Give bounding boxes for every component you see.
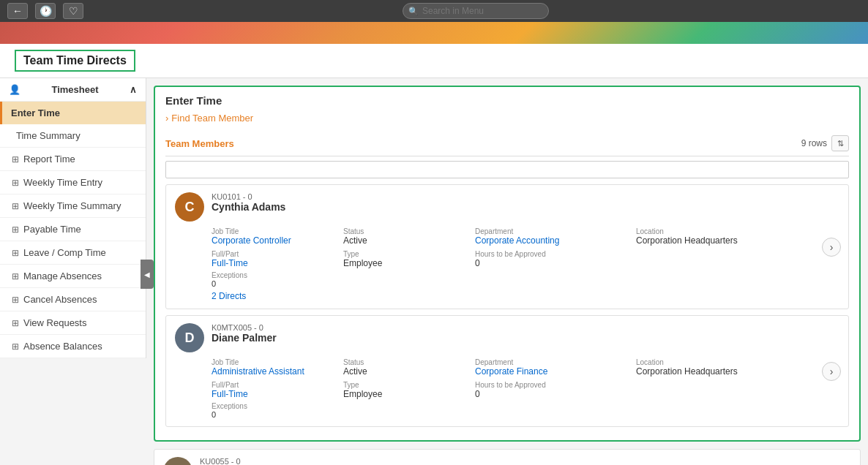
- chevron-right-icon: ›: [165, 113, 168, 124]
- history-button[interactable]: 🕐: [35, 3, 56, 19]
- sidebar-item-label: Payable Time: [23, 224, 81, 235]
- sidebar-item-label: Time Summary: [16, 130, 81, 141]
- location-value: Corporation Headquarters: [636, 235, 826, 246]
- department-col: Department Corporate Accounting: [475, 227, 636, 246]
- row-count: 9 rows: [801, 138, 827, 148]
- member-header: D K0MTX005 - 0 Diane Palmer: [175, 323, 839, 352]
- member-nav-button[interactable]: ›: [822, 238, 841, 257]
- full-part-col: Full/Part Full-Time: [212, 250, 343, 268]
- type-label: Type: [343, 381, 475, 389]
- member-name: Cynthia Adams: [212, 201, 839, 213]
- sidebar-item-payable-time[interactable]: ⊞ Payable Time: [0, 218, 146, 241]
- weekly-time-entry-icon: ⊞: [12, 178, 19, 188]
- member-id: KU0101 - 0: [212, 192, 839, 201]
- find-team-member-link[interactable]: › Find Team Member: [165, 113, 849, 124]
- sort-button[interactable]: ⇅: [831, 135, 849, 151]
- member-header: C KU0101 - 0 Cynthia Adams: [175, 192, 839, 222]
- sidebar-item-label: View Requests: [23, 317, 86, 328]
- sidebar-item-view-requests[interactable]: ⊞ View Requests: [0, 311, 146, 335]
- hours-col: Hours to be Approved 0: [475, 381, 636, 399]
- avatar: C: [175, 192, 204, 222]
- full-part-label: Full/Part: [212, 381, 343, 389]
- full-part-value[interactable]: Full-Time: [212, 258, 343, 268]
- sidebar-item-label: Manage Absences: [23, 271, 102, 281]
- member-card: C KU0101 - 0 Cynthia Adams Job Title Cor…: [165, 184, 849, 309]
- sidebar-item-enter-time[interactable]: Enter Time: [0, 102, 146, 124]
- sidebar-item-manage-absences[interactable]: ⊞ Manage Absences: [0, 265, 146, 288]
- search-icon: 🔍: [408, 7, 419, 16]
- department-value[interactable]: Corporate Finance: [475, 366, 636, 377]
- directs-link[interactable]: 2 Directs: [212, 291, 839, 301]
- status-col: Status Active: [343, 358, 475, 377]
- status-value: Active: [343, 366, 475, 377]
- sidebar-item-report-time[interactable]: ⊞ Report Time: [0, 148, 146, 171]
- sidebar-item-absence-balances[interactable]: ⊞ Absence Balances: [0, 335, 146, 358]
- sidebar-item-weekly-time-summary[interactable]: ⊞ Weekly Time Summary: [0, 194, 146, 218]
- location-label: Location: [636, 358, 826, 366]
- avatar: D: [175, 323, 204, 352]
- page-title: Team Time Directs: [15, 50, 135, 72]
- member-identity: K0MTX005 - 0 Diane Palmer: [212, 323, 839, 344]
- sidebar-item-cancel-absences[interactable]: ⊞ Cancel Absences: [0, 288, 146, 311]
- job-title-label: Job Title: [212, 227, 343, 235]
- member-nav-button[interactable]: ›: [822, 362, 841, 381]
- weekly-time-summary-icon: ⊞: [12, 201, 19, 211]
- decorative-banner: [0, 22, 868, 44]
- collapse-icon: ∧: [130, 84, 137, 95]
- department-value[interactable]: Corporate Accounting: [475, 235, 636, 246]
- avatar: N: [163, 457, 192, 465]
- team-members-label: Team Members: [165, 138, 234, 149]
- member-header: N KU0055 - 0 Netty Owyang: [163, 457, 851, 465]
- manage-absences-icon: ⊞: [12, 271, 19, 281]
- back-button[interactable]: ←: [7, 3, 28, 19]
- member-card: N KU0055 - 0 Netty Owyang Job Title Mana…: [154, 449, 861, 465]
- find-team-label: Find Team Member: [171, 113, 253, 124]
- full-part-value[interactable]: Full-Time: [212, 389, 343, 399]
- member-card: D K0MTX005 - 0 Diane Palmer Job Title Ad…: [165, 315, 849, 427]
- hours-value: 0: [475, 389, 636, 399]
- job-title-value[interactable]: Administrative Assistant: [212, 366, 343, 377]
- sidebar-section-timesheet[interactable]: 👤 Timesheet ∧: [0, 78, 146, 102]
- enter-time-title: Enter Time: [165, 94, 849, 107]
- search-container: 🔍: [403, 3, 549, 19]
- job-title-col: Job Title Corporate Controller: [212, 227, 343, 246]
- sidebar-item-leave-comp-time[interactable]: ⊞ Leave / Comp Time: [0, 241, 146, 265]
- location-col: Location Corporation Headquarters: [636, 358, 826, 377]
- member-id: K0MTX005 - 0: [212, 323, 839, 332]
- hours-label: Hours to be Approved: [475, 250, 636, 258]
- enter-time-panel: Enter Time › Find Team Member Team Membe…: [154, 86, 861, 442]
- member-details: Job Title Corporate Controller Status Ac…: [212, 227, 839, 268]
- exceptions-row: Exceptions 0: [212, 402, 839, 419]
- sidebar-item-label: Absence Balances: [23, 341, 102, 352]
- full-part-label: Full/Part: [212, 250, 343, 258]
- sidebar-item-time-summary[interactable]: Time Summary: [0, 124, 146, 148]
- member-search-input[interactable]: [165, 161, 849, 178]
- exceptions-label: Exceptions: [212, 271, 839, 279]
- type-label: Type: [343, 250, 475, 258]
- user-icon: 👤: [9, 84, 20, 95]
- type-col: Type Employee: [343, 250, 475, 268]
- member-identity: KU0101 - 0 Cynthia Adams: [212, 192, 839, 213]
- sidebar-collapse-handle[interactable]: ◀: [141, 260, 154, 289]
- sidebar-item-label: Cancel Absences: [23, 294, 97, 305]
- sidebar-item-label: Leave / Comp Time: [23, 247, 106, 258]
- top-bar: ← 🕐 ♡ 🔍: [0, 0, 868, 22]
- cancel-absences-icon: ⊞: [12, 295, 19, 305]
- hours-value: 0: [475, 258, 636, 268]
- team-header: Team Members 9 rows ⇅: [165, 131, 849, 156]
- type-value: Employee: [343, 389, 475, 399]
- sidebar-item-label: Weekly Time Entry: [23, 177, 102, 188]
- report-time-icon: ⊞: [12, 154, 19, 165]
- status-col: Status Active: [343, 227, 475, 246]
- sidebar-item-weekly-time-entry[interactable]: ⊞ Weekly Time Entry: [0, 171, 146, 194]
- search-input[interactable]: [403, 3, 549, 19]
- sidebar-section-label: Timesheet: [51, 84, 98, 95]
- department-col: Department Corporate Finance: [475, 358, 636, 377]
- exceptions-row: Exceptions 0: [212, 271, 839, 288]
- favorite-button[interactable]: ♡: [63, 3, 83, 19]
- hours-label: Hours to be Approved: [475, 381, 636, 389]
- exceptions-value: 0: [212, 410, 839, 419]
- job-title-value[interactable]: Corporate Controller: [212, 235, 343, 246]
- hours-col: Hours to be Approved 0: [475, 250, 636, 268]
- exceptions-value: 0: [212, 279, 839, 288]
